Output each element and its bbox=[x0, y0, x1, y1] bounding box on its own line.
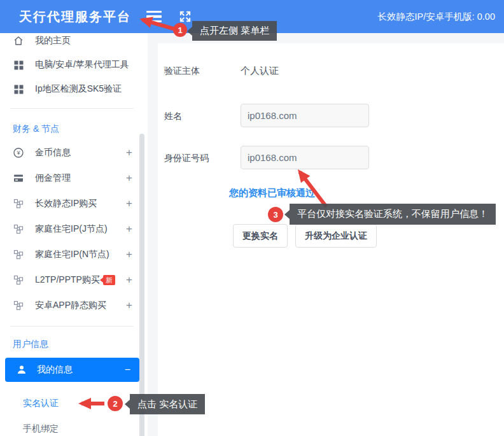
expand-plus-icon[interactable]: + bbox=[126, 146, 132, 159]
new-badge: 新 bbox=[103, 275, 115, 285]
network-nodes-icon bbox=[13, 198, 24, 209]
change-realname-button[interactable]: 更换实名 bbox=[233, 224, 288, 248]
sidebar-item-commission[interactable]: 佣金管理 + bbox=[0, 171, 143, 186]
step-3-tooltip: 平台仅对接实名验证系统，不保留用户信息！ bbox=[290, 204, 496, 225]
step-2-tooltip: 点击 实名认证 bbox=[130, 394, 205, 414]
realname-auth-panel: 验证主体 个人认证 姓名 身份证号码 您的资料已审核通过 更换实名 升级为企业认… bbox=[158, 43, 504, 436]
sidebar: 我的主页 电脑/安卓/苹果代理工具 Ip地区检测及SK5验证 财务 & 节点 ¥… bbox=[0, 33, 148, 436]
sidebar-item-home-ip-n[interactable]: 家庭住宅IP(N节点) + bbox=[0, 247, 143, 262]
coin-icon: ¥ bbox=[13, 147, 24, 158]
sidebar-item-label: 长效静态IP购买 bbox=[35, 198, 97, 209]
network-nodes-icon bbox=[13, 300, 24, 311]
app-title: 天行代理服务平台 bbox=[19, 8, 131, 25]
section-user-info: 用户信息 bbox=[13, 339, 48, 350]
sidebar-item-home-ip-j[interactable]: 家庭住宅IP(J节点) + bbox=[0, 222, 143, 237]
sidebar-divider bbox=[10, 108, 134, 109]
expand-plus-icon[interactable]: + bbox=[126, 172, 132, 185]
sidebar-item-home[interactable]: 我的主页 bbox=[0, 33, 143, 48]
card-icon bbox=[13, 172, 24, 184]
svg-text:¥: ¥ bbox=[17, 150, 20, 156]
step-1-marker: 1 bbox=[173, 23, 187, 37]
audit-status-text: 您的资料已审核通过 bbox=[229, 187, 315, 199]
network-nodes-icon bbox=[13, 249, 24, 260]
sidebar-item-label: 我的信息 bbox=[37, 364, 73, 376]
expand-plus-icon[interactable]: + bbox=[126, 299, 132, 312]
id-number-input[interactable] bbox=[241, 146, 369, 169]
sidebar-item-label: L2TP/PPTP购买 bbox=[35, 274, 100, 286]
sidebar-item-label: 佣金管理 bbox=[35, 172, 71, 184]
sidebar-item-label: 家庭住宅IP(N节点) bbox=[35, 249, 109, 260]
section-finance-nodes: 财务 & 节点 bbox=[13, 123, 59, 135]
grid-icon bbox=[13, 59, 24, 71]
fullscreen-expand-icon[interactable] bbox=[178, 10, 192, 24]
sidebar-item-android-app[interactable]: 安卓APP静态购买 + bbox=[0, 298, 143, 313]
account-balance-text: 长效静态IP/安卓手机版: 0.00 bbox=[377, 11, 495, 23]
upgrade-enterprise-button[interactable]: 升级为企业认证 bbox=[295, 224, 377, 248]
home-icon bbox=[13, 35, 24, 46]
sidebar-item-static-ip-buy[interactable]: 长效静态IP购买 + bbox=[0, 196, 143, 211]
sidebar-item-label: 金币信息 bbox=[35, 147, 71, 158]
sidebar-item-ip-check[interactable]: Ip地区检测及SK5验证 bbox=[0, 81, 143, 97]
collapse-minus-icon[interactable]: − bbox=[125, 364, 130, 376]
expand-plus-icon[interactable]: + bbox=[126, 274, 132, 286]
grid-icon bbox=[13, 83, 24, 95]
sidebar-item-coin-info[interactable]: ¥ 金币信息 + bbox=[0, 145, 143, 160]
network-nodes-icon bbox=[13, 274, 24, 286]
field-label-subject: 验证主体 bbox=[164, 66, 200, 77]
sidebar-item-proxy-tools[interactable]: 电脑/安卓/苹果代理工具 bbox=[0, 57, 143, 73]
step-2-marker: 2 bbox=[108, 396, 123, 411]
expand-plus-icon[interactable]: + bbox=[126, 223, 132, 236]
name-input[interactable] bbox=[241, 104, 369, 127]
sidebar-item-l2tp-pptp[interactable]: L2TP/PPTP购买 新 + bbox=[0, 272, 143, 288]
field-label-id-number: 身份证号码 bbox=[164, 153, 209, 164]
sidebar-item-my-info-active[interactable]: 我的信息 − bbox=[5, 358, 139, 382]
network-nodes-icon bbox=[13, 223, 24, 235]
field-value-subject: 个人认证 bbox=[241, 65, 279, 77]
expand-plus-icon[interactable]: + bbox=[126, 197, 132, 210]
sidebar-subitem-phone-bind[interactable]: 手机绑定 bbox=[0, 421, 143, 436]
sidebar-scrollbar[interactable] bbox=[139, 134, 144, 436]
sidebar-item-label: Ip地区检测及SK5验证 bbox=[35, 83, 122, 95]
content-background: 验证主体 个人认证 姓名 身份证号码 您的资料已审核通过 更换实名 升级为企业认… bbox=[148, 33, 504, 436]
sidebar-item-label: 家庭住宅IP(J节点) bbox=[35, 223, 108, 235]
person-icon bbox=[17, 365, 27, 375]
sidebar-item-label: 电脑/安卓/苹果代理工具 bbox=[35, 59, 129, 71]
step-1-tooltip: 点开左侧 菜单栏 bbox=[192, 21, 277, 41]
hamburger-menu-icon[interactable] bbox=[146, 11, 162, 22]
sidebar-item-label: 安卓APP静态购买 bbox=[35, 300, 106, 311]
sidebar-divider bbox=[10, 326, 134, 327]
expand-plus-icon[interactable]: + bbox=[126, 248, 132, 261]
field-label-name: 姓名 bbox=[164, 111, 182, 122]
step-3-marker: 3 bbox=[268, 207, 283, 222]
sidebar-item-label: 我的主页 bbox=[35, 35, 71, 46]
